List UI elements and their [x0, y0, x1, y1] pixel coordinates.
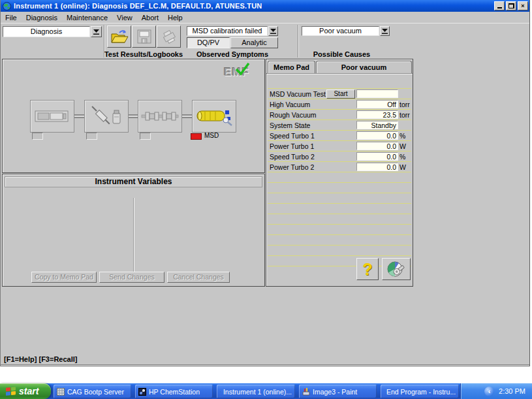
observed-symptoms-arrow-icon[interactable] [268, 26, 278, 36]
system-tray: ‹ 2:30 PM [460, 383, 532, 399]
bootp-server-icon [57, 388, 65, 396]
restore-button[interactable] [506, 1, 516, 10]
menu-diagnosis[interactable]: Diagnosis [22, 13, 62, 22]
observed-symptoms-value[interactable]: MSD calibration failed [187, 26, 268, 36]
empty-row [268, 214, 411, 225]
start-button[interactable]: start [0, 383, 51, 399]
empty-row [268, 183, 411, 193]
help-button[interactable]: ? [356, 258, 379, 280]
taskbar-item-paint[interactable]: Image3 - Paint [299, 385, 377, 398]
wrench-disc-icon [386, 261, 406, 278]
restore-icon [509, 3, 514, 8]
row-label: Power Turbo 2 [268, 163, 356, 171]
app-globe-icon [3, 2, 11, 10]
possible-causes-value[interactable]: Poor vacuum [302, 26, 379, 36]
minimize-button[interactable] [494, 1, 505, 10]
window-title: Instrument 1 (online): Diagnosis DEF_LC.… [14, 2, 262, 10]
value-field[interactable]: Standby [356, 121, 398, 129]
mode-dropdown-value[interactable]: Diagnosis [3, 26, 90, 37]
msd-error-indicator [191, 133, 202, 140]
row-label: High Vacuum [268, 101, 356, 108]
taskbar-item-label: CAG Bootp Server [67, 388, 124, 396]
panel-divider [133, 198, 134, 274]
start-test-button[interactable]: Start [326, 89, 355, 99]
dq-pv-toggle[interactable]: DQ/PV [187, 37, 230, 48]
menu-view[interactable]: View [112, 13, 137, 22]
start-label: start [19, 386, 39, 396]
possible-causes-panel: Memo Pad Poor vacuum MSD Vacuum Test Sta… [266, 59, 413, 287]
taskbar-item-label: HP ChemStation [149, 388, 200, 396]
possible-causes-arrow-icon[interactable] [380, 26, 390, 36]
value-field[interactable]: 0.0 [356, 152, 398, 161]
toolbar: Diagnosis [1, 23, 529, 58]
open-results-button[interactable] [107, 25, 131, 48]
mode-dropdown-arrow-icon[interactable] [91, 26, 102, 37]
value-text: 23.5 [383, 111, 398, 119]
value-text: 0.0 [386, 142, 398, 150]
menu-file[interactable]: File [1, 13, 22, 22]
empty-row [268, 172, 411, 183]
taskbar-clock: 2:30 PM [499, 387, 525, 395]
floppy-disk-icon [136, 29, 152, 44]
menu-bar: File Diagnosis Maintenance View Abort He… [1, 12, 529, 23]
unit-label: % [398, 153, 411, 161]
module-pump[interactable] [30, 100, 74, 133]
taskbar-item-instrument1[interactable]: Instrument 1 (online)... [217, 385, 295, 398]
possible-causes-label: Possible Causes [298, 50, 386, 58]
flow-connector [129, 114, 138, 118]
flow-connector [182, 114, 192, 118]
close-button[interactable]: × [518, 1, 528, 10]
globe-icon [220, 388, 221, 396]
tray-chevron-icon[interactable]: ‹ [484, 387, 494, 396]
flow-connector [74, 114, 84, 118]
table-row: Speed Turbo 1 0.0 % [268, 131, 411, 141]
module-column[interactable] [138, 100, 182, 133]
module-msd[interactable] [192, 100, 236, 133]
value-text: 0.0 [386, 153, 398, 161]
value-field[interactable] [356, 89, 398, 98]
value-field[interactable]: 0.0 [356, 142, 398, 150]
taskbar-item-chemstation[interactable]: HP ChemStation [135, 385, 213, 398]
status-bar: [F1=Help] [F3=Recall] [1, 355, 529, 365]
taskbar-item-end-program[interactable]: End Program - Instru... [381, 385, 459, 398]
taskbar-item-label: Image3 - Paint [313, 388, 357, 396]
save-results-button[interactable] [132, 25, 156, 48]
analytic-toggle[interactable]: Analytic [230, 37, 278, 48]
empty-row [268, 235, 411, 246]
value-field[interactable]: 0.0 [356, 163, 398, 171]
instrument-variables-panel: Instrument Variables Copy to Memo Pad Se… [2, 174, 265, 287]
status-indicator [32, 133, 43, 140]
menu-help[interactable]: Help [163, 13, 187, 22]
maintenance-button[interactable] [382, 258, 411, 280]
tab-poor-vacuum[interactable]: Poor vacuum [316, 61, 412, 73]
vacuum-table: MSD Vacuum Test Start High Vacuum Off to… [268, 88, 411, 266]
table-row: Power Turbo 1 0.0 W [268, 141, 411, 152]
unit-label: W [398, 142, 411, 150]
table-row: High Vacuum Off torr [268, 99, 411, 110]
windows-flag-icon [5, 387, 16, 396]
unit-label: torr [398, 101, 411, 108]
print-results-button[interactable] [157, 25, 181, 48]
mode-dropdown: Diagnosis [3, 26, 102, 37]
cancel-changes-button[interactable]: Cancel Changes [167, 272, 230, 283]
chemstation-icon [138, 388, 146, 396]
app-window: Instrument 1 (online): Diagnosis DEF_LC.… [0, 0, 530, 366]
row-label: System State [268, 121, 356, 129]
status-indicator [86, 133, 97, 140]
value-field[interactable]: Off [356, 100, 398, 108]
menu-abort[interactable]: Abort [137, 13, 163, 22]
open-folder-icon [110, 29, 129, 44]
value-field[interactable]: 0.0 [356, 131, 398, 140]
taskbar-item-cag-bootp[interactable]: CAG Bootp Server [54, 385, 131, 398]
menu-maintenance[interactable]: Maintenance [62, 13, 112, 22]
copy-to-memo-pad-button[interactable]: Copy to Memo Pad [31, 272, 97, 283]
printer-icon [161, 29, 178, 44]
value-text: 0.0 [386, 132, 398, 140]
value-text: Standby [371, 121, 398, 129]
value-field[interactable]: 23.5 [356, 110, 398, 119]
module-injector[interactable] [84, 100, 129, 133]
tab-memo-pad[interactable]: Memo Pad [268, 61, 315, 73]
table-row: System State Standby [268, 120, 411, 131]
row-label: MSD Vacuum Test [268, 90, 326, 98]
send-changes-button[interactable]: Send Changes [99, 272, 164, 283]
